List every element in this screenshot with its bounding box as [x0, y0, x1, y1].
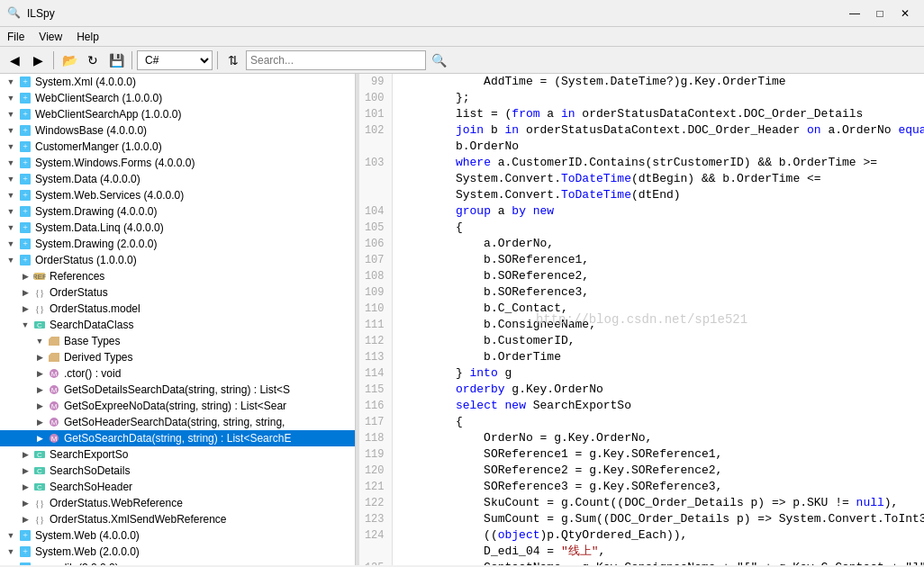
expand-icon[interactable]: ▶ [32, 431, 47, 446]
expand-icon[interactable]: ▼ [4, 75, 18, 89]
menu-file[interactable]: File [0, 27, 32, 46]
minimize-button[interactable]: — [843, 4, 866, 23]
tree-item[interactable]: ▼+WebClientSearch (1.0.0.0) [0, 90, 355, 106]
expand-icon[interactable]: ▼ [4, 91, 18, 105]
tree-item[interactable]: ▼+OrderStatus (1.0.0.0) [0, 252, 355, 268]
expand-icon[interactable]: ▼ [4, 123, 18, 138]
expand-icon[interactable]: ▶ [32, 366, 47, 381]
tree-item[interactable]: ▼+System.Windows.Forms (4.0.0.0) [0, 155, 355, 171]
expand-icon[interactable]: ▼ [4, 528, 18, 543]
expand-icon[interactable]: ▶ [18, 480, 32, 494]
save-button[interactable]: 💾 [105, 50, 127, 71]
tree-item[interactable]: ▶{}OrderStatus [0, 284, 355, 301]
tree-item[interactable]: ▶CSearchSoHeader [0, 479, 355, 495]
expand-icon[interactable]: ▶ [18, 447, 32, 462]
code-view[interactable]: 99 AddTime = (System.DateTime?)g.Key.Ord… [359, 74, 924, 565]
expand-icon[interactable]: ▶ [18, 512, 32, 526]
back-button[interactable]: ◀ [4, 50, 25, 71]
tree-item[interactable]: ▼+System.Drawing (2.0.0.0) [0, 236, 355, 252]
tree-item[interactable]: ▶+mscorlib (2.0.0.0) [0, 560, 355, 565]
expand-icon[interactable]: ▶ [18, 464, 32, 478]
expand-icon[interactable]: ▶ [32, 382, 47, 397]
tree-item-label: SearchDataClass [50, 319, 355, 331]
tree-item[interactable]: ▶MGetSoSearchData(string, string) : List… [0, 430, 355, 446]
tree-item[interactable]: ▶MGetSoDetailsSearchData(string, string)… [0, 382, 355, 398]
tree-item-label: References [50, 270, 355, 283]
tree-item[interactable]: ▼+System.Data (4.0.0.0) [0, 171, 355, 187]
tree-item[interactable]: ▼+System.Web.Services (4.0.0.0) [0, 187, 355, 203]
item-icon: + [18, 237, 32, 251]
tree-item[interactable]: ▶REFReferences [0, 268, 355, 284]
tree-item[interactable]: ▼+System.Drawing (4.0.0.0) [0, 203, 355, 220]
menu-view[interactable]: View [32, 27, 69, 46]
menu-help[interactable]: Help [69, 27, 106, 46]
tree-item[interactable]: ▶M.ctor() : void [0, 365, 355, 382]
expand-icon[interactable]: ▼ [4, 253, 18, 267]
line-number: 114 [359, 365, 392, 382]
expand-icon[interactable]: ▼ [4, 237, 18, 251]
expand-icon[interactable]: ▼ [4, 156, 18, 170]
expand-icon[interactable]: ▶ [32, 399, 47, 413]
language-select[interactable]: C# IL IL with C# [137, 50, 213, 70]
expand-icon[interactable]: ▼ [4, 544, 18, 559]
code-content: { [392, 414, 924, 430]
tree-item[interactable]: ▼+CustomerManger (1.0.0.0) [0, 139, 355, 155]
expand-icon[interactable]: ▼ [4, 107, 18, 122]
tree-item[interactable]: ▶MGetSoExpreeNoData(string, string) : Li… [0, 398, 355, 414]
search-input[interactable] [246, 50, 426, 70]
tree-item[interactable]: ▼+System.Web (2.0.0.0) [0, 544, 355, 560]
tree-item[interactable]: ▼+WindowsBase (4.0.0.0) [0, 122, 355, 139]
tree-item[interactable]: ▶{}OrderStatus.XmlSendWebReference [0, 511, 355, 527]
tree-item[interactable]: ▶{}OrderStatus.model [0, 301, 355, 317]
tree-item[interactable]: ▼+System.Data.Linq (4.0.0.0) [0, 220, 355, 236]
expand-icon[interactable]: ▼ [4, 204, 18, 219]
expand-icon[interactable]: ▶ [18, 285, 32, 300]
expand-icon[interactable]: ▼ [4, 172, 18, 186]
expand-icon[interactable]: ▶ [18, 302, 32, 316]
tree-item[interactable]: ▶{}OrderStatus.WebReference [0, 495, 355, 511]
close-button[interactable]: ✕ [893, 4, 917, 23]
expand-icon[interactable]: ▼ [4, 220, 18, 235]
line-number: 123 [359, 511, 392, 527]
code-row: System.Convert.ToDateTime(dtEnd) [359, 187, 924, 203]
toolbar-separator-1 [53, 51, 54, 69]
svg-text:+: + [23, 238, 28, 248]
reload-button[interactable]: ↻ [82, 50, 104, 71]
code-row: 118 OrderNo = g.Key.OrderNo, [359, 430, 924, 446]
expand-icon[interactable]: ▶ [18, 269, 32, 284]
tree-item[interactable]: ▶Derived Types [0, 349, 355, 365]
line-number: 102 [359, 122, 392, 139]
assembly-tree[interactable]: ▼+System.Xml (4.0.0.0)▼+WebClientSearch … [0, 74, 355, 565]
expand-icon[interactable]: ▼ [4, 140, 18, 154]
line-number: 105 [359, 220, 392, 236]
tree-item[interactable]: ▶CSearchSoDetails [0, 463, 355, 479]
expand-icon[interactable]: ▶ [4, 561, 18, 565]
tree-item[interactable]: ▼CSearchDataClass [0, 317, 355, 333]
maximize-button[interactable]: □ [868, 4, 892, 23]
tree-item[interactable]: ▼+WebClientSearchApp (1.0.0.0) [0, 106, 355, 122]
line-number: 112 [359, 333, 392, 349]
svg-text:M: M [51, 435, 58, 443]
tree-item-label: OrderStatus.XmlSendWebReference [50, 513, 355, 526]
item-icon: M [47, 415, 61, 429]
line-number: 116 [359, 398, 392, 414]
tree-item[interactable]: ▼+System.Web (4.0.0.0) [0, 527, 355, 544]
search-button[interactable]: 🔍 [428, 50, 449, 71]
tree-item[interactable]: ▼+System.Xml (4.0.0.0) [0, 74, 355, 90]
forward-button[interactable]: ▶ [27, 50, 49, 71]
expand-icon[interactable]: ▶ [18, 496, 32, 510]
expand-icon[interactable]: ▼ [18, 318, 32, 332]
sort-button[interactable]: ⇅ [222, 50, 244, 71]
svg-text:+: + [23, 109, 28, 119]
tree-item[interactable]: ▶MGetSoHeaderSearchData(string, string, … [0, 414, 355, 430]
tree-item-label: Derived Types [64, 351, 355, 364]
open-button[interactable]: 📂 [59, 50, 80, 71]
tree-item-label: OrderStatus.model [50, 302, 355, 315]
expand-icon[interactable]: ▼ [32, 334, 47, 348]
tree-item[interactable]: ▶CSearchExportSo [0, 446, 355, 463]
expand-icon[interactable]: ▶ [32, 415, 47, 429]
expand-icon[interactable]: ▶ [32, 350, 47, 364]
expand-icon[interactable]: ▼ [4, 188, 18, 202]
code-content: OrderNo = g.Key.OrderNo, [392, 430, 924, 446]
tree-item[interactable]: ▼Base Types [0, 333, 355, 349]
